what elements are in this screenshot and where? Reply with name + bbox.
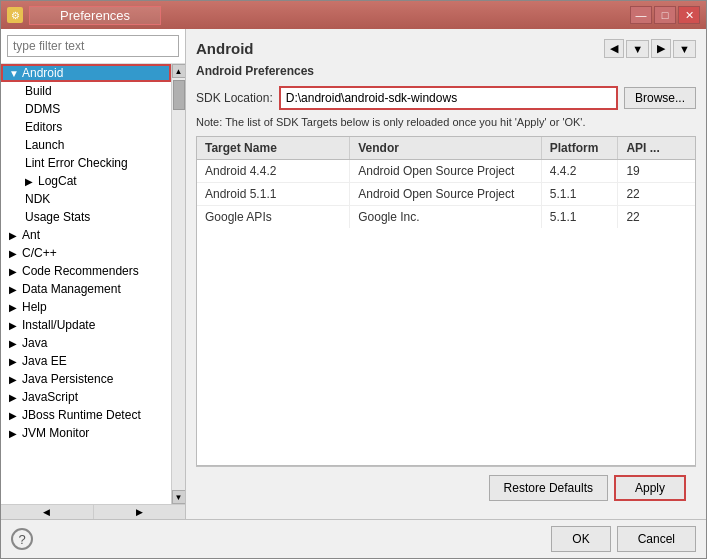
main-content: Android Preferences SDK Location: Browse… [196, 64, 696, 466]
sidebar-item-logcat[interactable]: ▶ LogCat [1, 172, 171, 190]
sidebar-item-datamanagement[interactable]: ▶ Data Management [1, 280, 171, 298]
page-title: Android [196, 40, 254, 57]
sidebar-label-installupdate: Install/Update [22, 318, 95, 332]
nav-back-button[interactable]: ◀ [604, 39, 624, 58]
sidebar-label-jboss: JBoss Runtime Detect [22, 408, 141, 422]
maximize-button[interactable]: □ [654, 6, 676, 24]
table-row[interactable]: Android 5.1.1 Android Open Source Projec… [197, 183, 695, 206]
footer-buttons: OK Cancel [551, 526, 696, 552]
filter-box [1, 29, 185, 64]
section-title: Android Preferences [196, 64, 696, 78]
cancel-button[interactable]: Cancel [617, 526, 696, 552]
cell-platform-2: 5.1.1 [542, 206, 619, 228]
sidebar-item-usage[interactable]: Usage Stats [1, 208, 171, 226]
cell-name-0: Android 4.4.2 [197, 160, 350, 182]
expand-arrow-javaee: ▶ [9, 356, 19, 367]
sidebar-item-javascript[interactable]: ▶ JavaScript [1, 388, 171, 406]
sidebar-label-build: Build [25, 84, 52, 98]
browse-button[interactable]: Browse... [624, 87, 696, 109]
sidebar-label-coderecommenders: Code Recommenders [22, 264, 139, 278]
expand-arrow-jboss: ▶ [9, 410, 19, 421]
nav-arrows: ◀ ▼ ▶ ▼ [604, 39, 696, 58]
note-text: Note: The list of SDK Targets below is o… [196, 116, 696, 128]
sidebar-item-ndk[interactable]: NDK [1, 190, 171, 208]
scroll-left-arrow[interactable]: ◀ [1, 505, 94, 519]
main-header: Android ◀ ▼ ▶ ▼ [196, 39, 696, 58]
sidebar-label-ndk: NDK [25, 192, 50, 206]
sidebar-item-javaee[interactable]: ▶ Java EE [1, 352, 171, 370]
sidebar-item-java[interactable]: ▶ Java [1, 334, 171, 352]
sidebar-item-lint[interactable]: Lint Error Checking [1, 154, 171, 172]
sidebar-label-launch: Launch [25, 138, 64, 152]
sidebar-item-android[interactable]: ▼ Android [1, 64, 171, 82]
sidebar-item-javapersistence[interactable]: ▶ Java Persistence [1, 370, 171, 388]
sidebar-label-lint: Lint Error Checking [25, 156, 128, 170]
sidebar-scrollbar[interactable]: ▲ ▼ [171, 64, 185, 504]
sidebar-label-ant: Ant [22, 228, 40, 242]
scroll-right-arrow[interactable]: ▶ [94, 505, 186, 519]
title-controls: — □ ✕ [630, 6, 700, 24]
nav-forward-dropdown-button[interactable]: ▼ [673, 40, 696, 58]
scroll-down-arrow[interactable]: ▼ [172, 490, 186, 504]
scroll-thumb[interactable] [173, 80, 185, 110]
sidebar: ▼ Android Build DDMS Editors Launch [1, 29, 186, 519]
minimize-button[interactable]: — [630, 6, 652, 24]
sidebar-label-android: Android [22, 66, 63, 80]
filter-input[interactable] [7, 35, 179, 57]
close-button[interactable]: ✕ [678, 6, 700, 24]
cell-name-2: Google APIs [197, 206, 350, 228]
sidebar-label-java: Java [22, 336, 47, 350]
nav-dropdown-button[interactable]: ▼ [626, 40, 649, 58]
expand-arrow-java: ▶ [9, 338, 19, 349]
expand-arrow-cpp: ▶ [9, 248, 19, 259]
sidebar-label-help: Help [22, 300, 47, 314]
sidebar-label-usage: Usage Stats [25, 210, 90, 224]
expand-arrow-datamanagement: ▶ [9, 284, 19, 295]
col-header-vendor: Vendor [350, 137, 542, 159]
sidebar-item-installupdate[interactable]: ▶ Install/Update [1, 316, 171, 334]
sidebar-bottom-controls: ◀ ▶ [1, 504, 185, 519]
cell-platform-1: 5.1.1 [542, 183, 619, 205]
sidebar-item-ddms[interactable]: DDMS [1, 100, 171, 118]
table-row[interactable]: Android 4.4.2 Android Open Source Projec… [197, 160, 695, 183]
cell-name-1: Android 5.1.1 [197, 183, 350, 205]
cell-vendor-1: Android Open Source Project [350, 183, 542, 205]
help-button[interactable]: ? [11, 528, 33, 550]
sidebar-item-ant[interactable]: ▶ Ant [1, 226, 171, 244]
window-title: Preferences [29, 6, 161, 25]
table-header: Target Name Vendor Platform API ... [197, 137, 695, 160]
scroll-up-arrow[interactable]: ▲ [172, 64, 186, 78]
ok-button[interactable]: OK [551, 526, 610, 552]
col-header-api: API ... [618, 137, 695, 159]
cell-vendor-0: Android Open Source Project [350, 160, 542, 182]
expand-arrow-help: ▶ [9, 302, 19, 313]
cell-api-2: 22 [618, 206, 695, 228]
apply-button[interactable]: Apply [614, 475, 686, 501]
sidebar-item-jboss[interactable]: ▶ JBoss Runtime Detect [1, 406, 171, 424]
sidebar-item-launch[interactable]: Launch [1, 136, 171, 154]
expand-arrow-android: ▼ [9, 68, 19, 79]
title-bar-left: ⚙ Preferences [7, 6, 161, 25]
content-area: ▼ Android Build DDMS Editors Launch [1, 29, 706, 519]
sidebar-label-cpp: C/C++ [22, 246, 57, 260]
title-bar: ⚙ Preferences — □ ✕ [1, 1, 706, 29]
sidebar-item-editors[interactable]: Editors [1, 118, 171, 136]
restore-defaults-button[interactable]: Restore Defaults [489, 475, 608, 501]
col-header-platform: Platform [542, 137, 619, 159]
cell-api-1: 22 [618, 183, 695, 205]
sidebar-label-javapersistence: Java Persistence [22, 372, 113, 386]
footer-bar: ? OK Cancel [1, 519, 706, 558]
sdk-location-input[interactable] [279, 86, 618, 110]
nav-forward-button[interactable]: ▶ [651, 39, 671, 58]
sidebar-item-cpp[interactable]: ▶ C/C++ [1, 244, 171, 262]
sidebar-item-help[interactable]: ▶ Help [1, 298, 171, 316]
sidebar-item-build[interactable]: Build [1, 82, 171, 100]
table-body: Android 4.4.2 Android Open Source Projec… [197, 160, 695, 228]
sidebar-label-jvmmonitor: JVM Monitor [22, 426, 89, 440]
sidebar-item-jvmmonitor[interactable]: ▶ JVM Monitor [1, 424, 171, 442]
expand-arrow-javapersistence: ▶ [9, 374, 19, 385]
sidebar-item-coderecommenders[interactable]: ▶ Code Recommenders [1, 262, 171, 280]
expand-arrow-coderecommenders: ▶ [9, 266, 19, 277]
sdk-row: SDK Location: Browse... [196, 86, 696, 110]
table-row[interactable]: Google APIs Google Inc. 5.1.1 22 [197, 206, 695, 228]
